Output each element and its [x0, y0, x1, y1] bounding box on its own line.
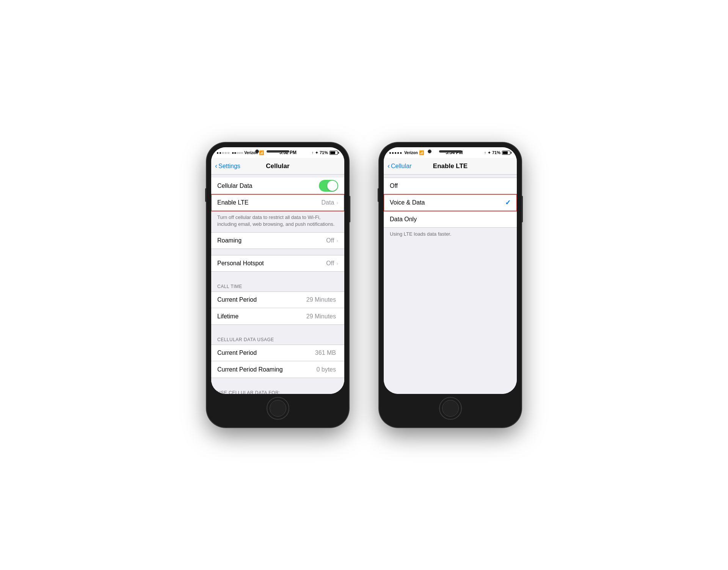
enable-lte-label: Enable LTE [217, 199, 322, 206]
wifi-icon-2: 📶 [419, 150, 424, 155]
lifetime-call-value: 29 Minutes [306, 313, 336, 320]
carrier-name-2: Verizon [404, 151, 418, 155]
hotspot-row[interactable]: Personal Hotspot Off › [211, 255, 344, 272]
location-icon-2: ↑ [484, 151, 486, 155]
phone-screen-1: ●●○○○ ●●○○○ Verizon 📶 5:52 PM ↑ ✦ 71% [211, 147, 344, 394]
carrier-name-1: ●●○○○ Verizon [232, 151, 258, 155]
current-period-call-value: 29 Minutes [306, 296, 336, 303]
lifetime-call-label: Lifetime [217, 313, 306, 320]
earpiece-speaker-2 [439, 150, 462, 153]
roaming-row[interactable]: Roaming Off › [211, 232, 344, 249]
signal-strength-1: ●●○○○ [217, 151, 230, 155]
nav-title-2: Enable LTE [433, 162, 468, 170]
cellular-data-row[interactable]: Cellular Data [211, 178, 344, 194]
cellular-description: Turn off cellular data to restrict all d… [211, 211, 344, 232]
roaming-label: Roaming [217, 237, 326, 244]
home-button-inner-2 [442, 400, 459, 417]
data-only-row[interactable]: Data Only [384, 211, 517, 228]
battery-icon-2 [502, 151, 511, 155]
status-carrier-2: ●●●●● Verizon 📶 [389, 150, 424, 155]
use-cellular-header: USE CELLULAR DATA FOR: [211, 384, 344, 394]
current-period-data-row: Current Period 361 MB [211, 345, 344, 361]
home-button-inner-1 [270, 400, 286, 417]
hotspot-value: Off [326, 260, 334, 267]
current-period-call-row: Current Period 29 Minutes [211, 291, 344, 308]
back-chevron-2: ‹ [388, 162, 390, 169]
phone-1: ●●○○○ ●●○○○ Verizon 📶 5:52 PM ↑ ✦ 71% [207, 143, 349, 427]
voice-data-row[interactable]: Voice & Data ✓ [384, 194, 517, 211]
lifetime-call-row: Lifetime 29 Minutes [211, 308, 344, 325]
back-label-1: Settings [218, 163, 240, 170]
current-period-call-label: Current Period [217, 296, 306, 303]
content-1: Cellular Data Enable LTE Data › Turn off… [211, 175, 344, 394]
current-period-data-value: 361 MB [315, 350, 336, 356]
nav-title-1: Cellular [266, 162, 289, 170]
battery-percent-1: 71% [320, 150, 328, 155]
hotspot-label: Personal Hotspot [217, 260, 326, 267]
enable-lte-row[interactable]: Enable LTE Data › [211, 194, 344, 211]
lte-off-label: Off [390, 183, 511, 189]
front-camera [255, 150, 259, 153]
toggle-thumb [327, 181, 337, 191]
lte-off-row[interactable]: Off [384, 178, 517, 194]
data-only-label: Data Only [390, 216, 511, 223]
roaming-data-row: Current Period Roaming 0 bytes [211, 361, 344, 378]
signal-strength-2: ●●●●● [389, 151, 402, 155]
wifi-icon-1: 📶 [259, 150, 264, 155]
back-chevron-1: ‹ [215, 162, 217, 169]
cellular-data-toggle[interactable] [319, 180, 338, 192]
hotspot-chevron: › [336, 260, 338, 266]
lte-description: Using LTE loads data faster. [384, 228, 517, 242]
voice-data-checkmark: ✓ [505, 198, 511, 207]
data-usage-header: CELLULAR DATA USAGE [211, 331, 344, 345]
battery-percent-2: 71% [492, 150, 500, 155]
location-icon-1: ↑ [312, 151, 314, 155]
cellular-data-label: Cellular Data [217, 183, 319, 189]
status-bar-2: ●●●●● Verizon 📶 5:54 PM ↑ ✦ 71% [384, 147, 517, 158]
back-label-2: Cellular [391, 163, 411, 170]
content-2: Off Voice & Data ✓ Data Only Using LTE l… [384, 175, 517, 394]
bluetooth-icon-2: ✦ [488, 151, 491, 155]
call-time-header: CALL TIME [211, 278, 344, 291]
status-right-2: ↑ ✦ 71% [484, 150, 511, 155]
nav-bar-2: ‹ Cellular Enable LTE [384, 158, 517, 175]
nav-bar-1: ‹ Settings Cellular [211, 158, 344, 175]
back-button-2[interactable]: ‹ Cellular [388, 163, 411, 170]
roaming-data-value: 0 bytes [316, 366, 336, 373]
home-button-1[interactable] [267, 397, 289, 420]
roaming-chevron: › [336, 238, 338, 244]
voice-data-label: Voice & Data [390, 199, 505, 206]
phone-2: ●●●●● Verizon 📶 5:54 PM ↑ ✦ 71% ‹ [379, 143, 521, 427]
front-camera-2 [428, 150, 431, 153]
enable-lte-chevron: › [336, 200, 338, 206]
phone-screen-2: ●●●●● Verizon 📶 5:54 PM ↑ ✦ 71% ‹ [384, 147, 517, 394]
earpiece-speaker [267, 150, 289, 153]
battery-icon-1 [329, 151, 339, 155]
status-bar-1: ●●○○○ ●●○○○ Verizon 📶 5:52 PM ↑ ✦ 71% [211, 147, 344, 158]
home-button-2[interactable] [439, 397, 462, 420]
roaming-data-label: Current Period Roaming [217, 366, 316, 373]
bluetooth-icon-1: ✦ [315, 151, 318, 155]
current-period-data-label: Current Period [217, 350, 315, 356]
back-button-1[interactable]: ‹ Settings [215, 163, 240, 170]
roaming-value: Off [326, 237, 334, 244]
status-right-1: ↑ ✦ 71% [312, 150, 339, 155]
enable-lte-value: Data [322, 199, 334, 206]
